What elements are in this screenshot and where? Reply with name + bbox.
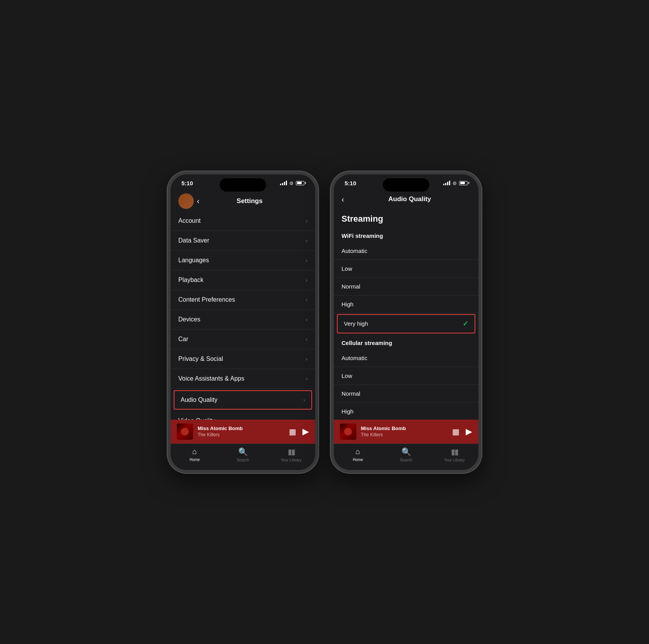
cell-option-automatic[interactable]: Automatic <box>334 349 478 367</box>
chevron-right-icon: › <box>303 397 305 403</box>
option-label: High <box>342 301 471 307</box>
settings-item-data-saver[interactable]: Data Saver › <box>171 231 315 251</box>
chevron-right-icon: › <box>306 257 307 263</box>
track-info: Miss Atomic Bomb The Killers <box>198 425 284 437</box>
connect-devices-icon[interactable]: ▦ <box>289 427 296 436</box>
checkmark-icon: ✓ <box>463 319 468 328</box>
page-title: Audio Quality <box>349 195 471 203</box>
signal-bars-icon <box>280 181 287 185</box>
chevron-right-icon: › <box>306 237 307 244</box>
phone-audio-quality: 5:10 ⊜ ‹ Audio Quality Streaming WiFi st… <box>331 171 482 473</box>
wifi-option-automatic[interactable]: Automatic <box>334 242 478 260</box>
chevron-right-icon: › <box>306 418 307 420</box>
track-artist: The Killers <box>198 432 284 437</box>
tab-bar: ⌂ Home 🔍 Search ▮▮ Your Library <box>171 444 315 470</box>
chevron-right-icon: › <box>306 316 307 323</box>
settings-item-label: Audio Quality <box>181 396 303 403</box>
chevron-right-icon: › <box>306 218 307 224</box>
chevron-right-icon: › <box>306 356 307 362</box>
track-title: Miss Atomic Bomb <box>361 425 447 431</box>
option-label: Low <box>342 265 471 272</box>
tab-search[interactable]: 🔍 Search <box>219 447 267 462</box>
play-button[interactable]: ▶ <box>466 427 472 437</box>
settings-item-label: Video Quality <box>178 417 306 420</box>
settings-item-video-quality[interactable]: Video Quality › <box>171 411 315 420</box>
tab-search[interactable]: 🔍 Search <box>382 447 430 462</box>
settings-item-devices[interactable]: Devices › <box>171 310 315 330</box>
back-button[interactable]: ‹ <box>197 195 203 207</box>
back-button[interactable]: ‹ <box>342 193 347 205</box>
cell-option-low[interactable]: Low <box>334 367 478 385</box>
settings-item-label: Devices <box>178 316 306 323</box>
tab-library[interactable]: ▮▮ Your Library <box>430 447 478 462</box>
option-label: Very high <box>344 320 463 327</box>
settings-item-label: Voice Assistants & Apps <box>178 375 306 382</box>
settings-item-car[interactable]: Car › <box>171 330 315 349</box>
tab-bar: ⌂ Home 🔍 Search ▮▮ Your Library <box>334 444 478 470</box>
home-icon: ⌂ <box>355 447 360 456</box>
mini-player[interactable]: Miss Atomic Bomb The Killers ▦ ▶ <box>171 420 315 444</box>
wifi-streaming-header: WiFi streaming <box>334 227 478 242</box>
settings-item-content-preferences[interactable]: Content Preferences › <box>171 290 315 310</box>
audio-quality-scroll[interactable]: Streaming WiFi streaming Automatic Low N… <box>334 208 478 420</box>
chevron-right-icon: › <box>306 376 307 382</box>
track-title: Miss Atomic Bomb <box>198 425 284 431</box>
wifi-option-normal[interactable]: Normal <box>334 278 478 296</box>
library-icon: ▮▮ <box>451 447 458 456</box>
option-label: Normal <box>342 283 471 290</box>
search-icon: 🔍 <box>238 447 248 456</box>
settings-item-label: Car <box>178 336 306 343</box>
settings-item-playback[interactable]: Playback › <box>171 270 315 290</box>
connect-devices-icon[interactable]: ▦ <box>452 427 459 436</box>
search-icon: 🔍 <box>401 447 411 456</box>
avatar <box>178 193 194 209</box>
nav-bar: ‹ Settings <box>171 190 315 211</box>
tab-search-label: Search <box>237 458 249 462</box>
tab-library-label: Your Library <box>281 458 302 462</box>
audio-quality-content: Streaming WiFi streaming Automatic Low N… <box>334 208 478 420</box>
tab-home[interactable]: ⌂ Home <box>334 447 382 462</box>
settings-scroll[interactable]: Account › Data Saver › Languages › Playb… <box>171 211 315 420</box>
tab-home-label: Home <box>190 458 200 462</box>
option-label: High <box>342 408 471 415</box>
album-art <box>177 424 193 440</box>
mini-player[interactable]: Miss Atomic Bomb The Killers ▦ ▶ <box>334 420 478 444</box>
chevron-right-icon: › <box>306 297 307 303</box>
signal-bars-icon <box>443 181 450 185</box>
player-controls: ▦ ▶ <box>452 427 472 437</box>
cell-option-high[interactable]: High <box>334 403 478 420</box>
wifi-icon: ⊜ <box>453 180 457 186</box>
wifi-option-low[interactable]: Low <box>334 260 478 278</box>
status-icons: ⊜ <box>280 180 304 186</box>
tab-home[interactable]: ⌂ Home <box>171 447 219 462</box>
battery-icon <box>459 181 468 185</box>
wifi-option-very-high[interactable]: Very high ✓ <box>337 314 475 333</box>
option-label: Normal <box>342 390 471 397</box>
option-label: Automatic <box>342 355 471 361</box>
cell-option-normal[interactable]: Normal <box>334 385 478 403</box>
option-label: Low <box>342 372 471 379</box>
settings-item-privacy-social[interactable]: Privacy & Social › <box>171 349 315 369</box>
play-button[interactable]: ▶ <box>302 427 309 437</box>
status-time: 5:10 <box>345 180 356 186</box>
wifi-option-high[interactable]: High <box>334 296 478 313</box>
settings-list: Account › Data Saver › Languages › Playb… <box>171 211 315 420</box>
nav-bar: ‹ Audio Quality <box>334 190 478 208</box>
wifi-icon: ⊜ <box>289 180 294 186</box>
album-art <box>340 424 356 440</box>
settings-item-languages[interactable]: Languages › <box>171 251 315 270</box>
dynamic-island <box>383 178 429 191</box>
chevron-right-icon: › <box>306 277 307 283</box>
home-icon: ⌂ <box>192 447 197 456</box>
library-icon: ▮▮ <box>288 447 295 456</box>
settings-item-voice-assistants[interactable]: Voice Assistants & Apps › <box>171 369 315 389</box>
settings-item-audio-quality[interactable]: Audio Quality › <box>174 390 312 410</box>
option-label: Automatic <box>342 248 471 254</box>
status-time: 5:10 <box>181 180 193 186</box>
settings-item-label: Data Saver <box>178 237 306 244</box>
settings-item-label: Privacy & Social <box>178 355 306 362</box>
phone-settings: 5:10 ⊜ ‹ Settings Account › Data Saver › <box>167 171 318 473</box>
tab-library[interactable]: ▮▮ Your Library <box>267 447 315 462</box>
settings-item-label: Languages <box>178 257 306 264</box>
settings-item-account[interactable]: Account › <box>171 211 315 231</box>
